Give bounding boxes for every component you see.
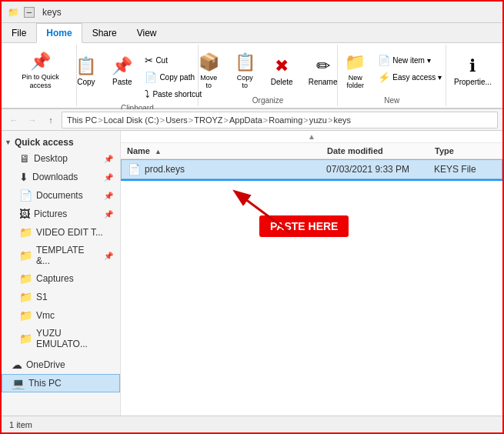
arrow-svg <box>213 177 305 239</box>
ribbon-tabs: File Home Share View <box>2 23 502 43</box>
path-this-pc[interactable]: This PC <box>67 115 97 125</box>
sidebar-item-template[interactable]: 📁 TEMPLATE &... 📌 <box>2 242 120 269</box>
properties-button[interactable]: ℹ Propertie... <box>447 48 499 94</box>
forward-button[interactable]: → <box>25 112 40 128</box>
downloads-pin: 📌 <box>104 173 113 182</box>
path-roaming[interactable]: Roaming <box>269 115 302 125</box>
rename-label: Rename <box>309 78 338 86</box>
column-name-label: Name <box>127 146 150 155</box>
new-folder-button[interactable]: 📁 New folder <box>338 48 372 94</box>
sort-arrow: ▲ <box>308 132 315 141</box>
sidebar-item-onedrive[interactable]: ☁ OneDrive <box>2 356 120 374</box>
sidebar-item-pictures[interactable]: 🖼 Pictures 📌 <box>2 205 120 223</box>
new-item-button[interactable]: 📄 New item ▾ <box>374 52 446 68</box>
sidebar-item-video-edit[interactable]: 📁 VIDEO EDIT T... <box>2 223 120 242</box>
path-sep-3: > <box>189 115 193 125</box>
path-sep-6: > <box>303 115 308 125</box>
sidebar-item-vmc[interactable]: 📁 Vmc <box>2 306 120 325</box>
quick-access-header[interactable]: ▼ Quick access <box>2 134 120 149</box>
sidebar-item-documents[interactable]: 📄 Documents 📌 <box>2 186 120 205</box>
new-label: New <box>384 95 399 105</box>
easy-access-label: Easy access ▾ <box>392 73 442 82</box>
tab-home[interactable]: Home <box>36 23 82 43</box>
open-buttons: ℹ Propertie... <box>447 48 499 105</box>
annotation-container: PASTE HERE <box>213 177 349 237</box>
minimize-btn[interactable]: ─ <box>24 7 35 18</box>
column-type-label: Type <box>435 146 454 155</box>
ribbon-group-pin-buttons: 📌 Pin to Quick access <box>11 48 70 105</box>
path-sep-2: > <box>160 115 165 125</box>
file-row-icon: 📄 <box>128 163 141 175</box>
cut-icon: ✂ <box>145 55 153 66</box>
documents-icon: 📄 <box>19 189 32 202</box>
copy-button[interactable]: 📋 Copy <box>68 48 103 94</box>
new-folder-icon: 📁 <box>345 52 365 72</box>
clipboard-buttons: 📋 Copy 📌 Paste ✂ Cut 📄 Copy path ⤵ <box>68 48 205 102</box>
delete-icon: ✖ <box>275 56 289 76</box>
sidebar-item-yuzu[interactable]: 📁 YUZU EMULATO... <box>2 325 120 352</box>
sort-arrow-icon: ▲ <box>155 148 162 155</box>
item-count: 1 item <box>9 420 32 429</box>
new-small-buttons: 📄 New item ▾ ⚡ Easy access ▾ <box>374 48 446 85</box>
back-button[interactable]: ← <box>6 112 22 128</box>
pin-to-quick-access-button[interactable]: 📌 Pin to Quick access <box>11 48 70 94</box>
documents-pin: 📌 <box>104 192 113 200</box>
file-type: KEYS File <box>434 164 496 175</box>
table-row[interactable]: 📄 prod.keys 07/03/2021 9:33 PM KEYS File <box>121 159 502 179</box>
captures-icon: 📁 <box>19 272 32 285</box>
new-item-label: New item ▾ <box>392 56 430 65</box>
file-name: prod.keys <box>145 164 326 175</box>
address-path[interactable]: This PC > Local Disk (C:) > Users > TROY… <box>62 112 498 129</box>
ribbon-group-open: ℹ Propertie... <box>446 45 499 106</box>
title-bar-title: keys <box>42 7 62 18</box>
desktop-pin: 📌 <box>104 155 113 163</box>
thispc-label: This PC <box>28 378 62 389</box>
path-sep-4: > <box>224 115 229 125</box>
sidebar-item-thispc[interactable]: 💻 This PC <box>2 374 120 392</box>
move-to-label: Move to <box>199 74 219 89</box>
copy-to-icon: 📋 <box>235 52 255 72</box>
ribbon: 📌 Pin to Quick access 📋 Copy 📌 Paste ✂ C… <box>2 43 502 109</box>
organize-label: Organize <box>252 95 284 105</box>
sidebar: ▼ Quick access 🖥 Desktop 📌 ⬇ Downloads 📌… <box>2 131 121 416</box>
copy-to-label: Copy to <box>235 74 255 89</box>
sidebar-item-captures[interactable]: 📁 Captures <box>2 269 120 288</box>
copy-icon: 📋 <box>75 56 96 76</box>
ribbon-group-organize: 📦 Move to 📋 Copy to ✖ Delete ✏ Rename Or… <box>199 45 339 106</box>
yuzu-label: YUZU EMULATO... <box>36 328 113 349</box>
copy-label: Copy <box>77 78 95 86</box>
path-local-disk[interactable]: Local Disk (C:) <box>104 115 159 125</box>
downloads-icon: ⬇ <box>19 171 28 183</box>
easy-access-icon: ⚡ <box>378 72 390 83</box>
documents-label: Documents <box>36 190 83 201</box>
move-to-button[interactable]: 📦 Move to <box>192 48 226 94</box>
tab-view[interactable]: View <box>127 23 167 42</box>
rename-icon: ✏ <box>316 56 330 76</box>
move-to-icon: 📦 <box>199 52 219 72</box>
path-yuzu[interactable]: yuzu <box>309 115 327 125</box>
up-button[interactable]: ↑ <box>43 112 58 128</box>
desktop-icon: 🖥 <box>19 152 30 165</box>
path-users[interactable]: Users <box>165 115 188 125</box>
sidebar-item-downloads[interactable]: ⬇ Downloads 📌 <box>2 168 120 186</box>
title-bar: 📁 ─ keys <box>2 2 502 23</box>
new-item-icon: 📄 <box>378 55 390 66</box>
delete-button[interactable]: ✖ Delete <box>264 48 300 94</box>
path-appdata[interactable]: AppData <box>229 115 262 125</box>
column-name[interactable]: Name ▲ <box>127 146 327 155</box>
paste-here-label: PASTE HERE <box>259 215 349 237</box>
sidebar-item-desktop[interactable]: 🖥 Desktop 📌 <box>2 149 120 168</box>
path-troyz[interactable]: TROYZ <box>194 115 222 125</box>
copy-to-button[interactable]: 📋 Copy to <box>228 48 262 94</box>
easy-access-button[interactable]: ⚡ Easy access ▾ <box>374 69 446 85</box>
column-date[interactable]: Date modified <box>327 146 435 155</box>
tab-share[interactable]: Share <box>82 23 127 42</box>
template-label: TEMPLATE &... <box>36 245 100 266</box>
onedrive-label: OneDrive <box>26 359 65 370</box>
tab-file[interactable]: File <box>2 23 36 42</box>
column-type[interactable]: Type <box>435 146 496 155</box>
sort-indicator: ▲ <box>121 131 502 143</box>
sidebar-item-s1[interactable]: 📁 S1 <box>2 288 120 306</box>
paste-button[interactable]: 📌 Paste <box>105 48 139 94</box>
path-keys[interactable]: keys <box>333 115 351 125</box>
